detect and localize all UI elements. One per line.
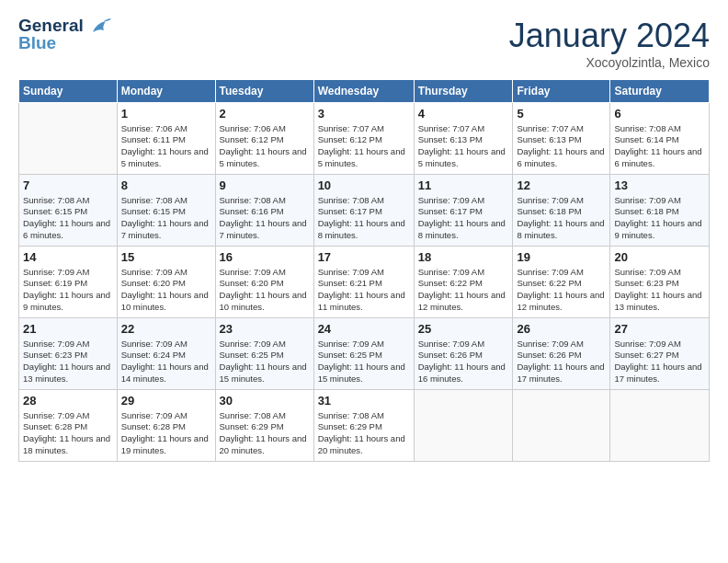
calendar-cell: 28Sunrise: 7:09 AMSunset: 6:28 PMDayligh…	[19, 390, 118, 462]
daylight-text: Daylight: 11 hours and 9 minutes.	[614, 218, 701, 240]
sunrise-text: Sunrise: 7:09 AM	[614, 267, 680, 277]
calendar-cell: 27Sunrise: 7:09 AMSunset: 6:27 PMDayligh…	[610, 318, 710, 390]
daylight-text: Daylight: 11 hours and 13 minutes.	[614, 290, 701, 312]
sunset-text: Sunset: 6:28 PM	[23, 421, 87, 431]
calendar-week-2: 7Sunrise: 7:08 AMSunset: 6:15 PMDaylight…	[19, 175, 710, 247]
calendar-cell: 8Sunrise: 7:08 AMSunset: 6:15 PMDaylight…	[117, 175, 215, 247]
calendar-cell: 19Sunrise: 7:09 AMSunset: 6:22 PMDayligh…	[513, 247, 610, 318]
daylight-text: Daylight: 11 hours and 5 minutes.	[220, 146, 307, 168]
calendar-cell: 23Sunrise: 7:09 AMSunset: 6:25 PMDayligh…	[215, 318, 313, 390]
day-number: 12	[517, 178, 606, 194]
sunrise-text: Sunrise: 7:09 AM	[614, 339, 680, 349]
sunrise-text: Sunrise: 7:09 AM	[418, 267, 484, 277]
calendar-cell: 11Sunrise: 7:09 AMSunset: 6:17 PMDayligh…	[414, 175, 513, 247]
sunset-text: Sunset: 6:23 PM	[23, 350, 87, 360]
col-header-saturday: Saturday	[610, 80, 710, 103]
logo-general: General	[18, 17, 84, 34]
sunset-text: Sunset: 6:15 PM	[121, 206, 186, 216]
calendar-cell	[610, 390, 710, 462]
sunrise-text: Sunrise: 7:09 AM	[318, 339, 384, 349]
daylight-text: Daylight: 11 hours and 14 minutes.	[121, 362, 209, 384]
daylight-text: Daylight: 11 hours and 5 minutes.	[121, 146, 209, 168]
daylight-text: Daylight: 11 hours and 5 minutes.	[318, 146, 405, 168]
sunset-text: Sunset: 6:12 PM	[318, 134, 382, 144]
day-number: 5	[517, 106, 606, 122]
daylight-text: Daylight: 11 hours and 11 minutes.	[318, 290, 405, 312]
sunset-text: Sunset: 6:29 PM	[318, 421, 382, 431]
day-number: 24	[318, 321, 410, 338]
sunset-text: Sunset: 6:20 PM	[121, 278, 186, 288]
day-number: 13	[614, 178, 705, 194]
sunrise-text: Sunrise: 7:09 AM	[517, 267, 583, 277]
daylight-text: Daylight: 11 hours and 12 minutes.	[418, 290, 506, 312]
logo: General Blue	[18, 17, 113, 52]
sunset-text: Sunset: 6:22 PM	[517, 278, 581, 288]
sunrise-text: Sunrise: 7:07 AM	[418, 123, 484, 133]
daylight-text: Daylight: 11 hours and 8 minutes.	[517, 218, 604, 240]
day-number: 4	[418, 106, 509, 122]
sunset-text: Sunset: 6:21 PM	[318, 278, 382, 288]
daylight-text: Daylight: 11 hours and 6 minutes.	[614, 146, 701, 168]
sunrise-text: Sunrise: 7:08 AM	[220, 410, 286, 420]
day-number: 28	[23, 393, 113, 409]
sunset-text: Sunset: 6:17 PM	[418, 206, 483, 216]
calendar-cell: 7Sunrise: 7:08 AMSunset: 6:15 PMDaylight…	[19, 175, 118, 247]
sunset-text: Sunset: 6:25 PM	[220, 350, 284, 360]
calendar-cell: 30Sunrise: 7:08 AMSunset: 6:29 PMDayligh…	[215, 390, 313, 462]
day-number: 16	[220, 249, 310, 266]
calendar-cell: 24Sunrise: 7:09 AMSunset: 6:25 PMDayligh…	[313, 318, 414, 390]
sunrise-text: Sunrise: 7:09 AM	[418, 195, 484, 205]
sunset-text: Sunset: 6:29 PM	[220, 421, 284, 431]
sunset-text: Sunset: 6:15 PM	[23, 206, 87, 216]
sunset-text: Sunset: 6:26 PM	[517, 350, 581, 360]
sunrise-text: Sunrise: 7:08 AM	[614, 123, 680, 133]
sunrise-text: Sunrise: 7:08 AM	[318, 195, 384, 205]
sunset-text: Sunset: 6:14 PM	[614, 134, 678, 144]
calendar-cell: 17Sunrise: 7:09 AMSunset: 6:21 PMDayligh…	[313, 247, 414, 318]
sunset-text: Sunset: 6:26 PM	[418, 350, 483, 360]
calendar-cell: 14Sunrise: 7:09 AMSunset: 6:19 PMDayligh…	[19, 247, 118, 318]
day-number: 9	[220, 178, 310, 194]
col-header-wednesday: Wednesday	[313, 80, 414, 103]
daylight-text: Daylight: 11 hours and 10 minutes.	[121, 290, 209, 312]
daylight-text: Daylight: 11 hours and 8 minutes.	[318, 218, 405, 240]
sunrise-text: Sunrise: 7:09 AM	[517, 339, 583, 349]
daylight-text: Daylight: 11 hours and 15 minutes.	[318, 362, 405, 384]
logo-blue: Blue	[18, 34, 84, 52]
calendar-header-row: SundayMondayTuesdayWednesdayThursdayFrid…	[19, 80, 710, 103]
calendar-cell: 15Sunrise: 7:09 AMSunset: 6:20 PMDayligh…	[117, 247, 215, 318]
calendar-cell: 22Sunrise: 7:09 AMSunset: 6:24 PMDayligh…	[117, 318, 215, 390]
day-number: 21	[23, 321, 113, 338]
sunrise-text: Sunrise: 7:09 AM	[121, 410, 188, 420]
daylight-text: Daylight: 11 hours and 16 minutes.	[418, 362, 506, 384]
sunrise-text: Sunrise: 7:08 AM	[121, 195, 188, 205]
sunrise-text: Sunrise: 7:09 AM	[23, 339, 89, 349]
daylight-text: Daylight: 11 hours and 6 minutes.	[23, 218, 110, 240]
sunset-text: Sunset: 6:12 PM	[220, 134, 284, 144]
logo-bird-icon	[85, 14, 113, 41]
sunrise-text: Sunrise: 7:08 AM	[220, 195, 286, 205]
day-number: 29	[121, 393, 211, 409]
sunrise-text: Sunrise: 7:07 AM	[318, 123, 384, 133]
calendar-cell: 12Sunrise: 7:09 AMSunset: 6:18 PMDayligh…	[513, 175, 610, 247]
day-number: 25	[418, 321, 509, 338]
sunset-text: Sunset: 6:19 PM	[23, 278, 87, 288]
daylight-text: Daylight: 11 hours and 10 minutes.	[220, 290, 307, 312]
daylight-text: Daylight: 11 hours and 17 minutes.	[614, 362, 701, 384]
day-number: 3	[318, 106, 410, 122]
sunrise-text: Sunrise: 7:09 AM	[23, 410, 89, 420]
calendar-cell: 1Sunrise: 7:06 AMSunset: 6:11 PMDaylight…	[117, 103, 215, 175]
sunset-text: Sunset: 6:16 PM	[220, 206, 284, 216]
header: General Blue January 2024 Xocoyolzintla,…	[18, 17, 710, 70]
sunrise-text: Sunrise: 7:09 AM	[220, 339, 286, 349]
sunrise-text: Sunrise: 7:09 AM	[318, 267, 384, 277]
day-number: 11	[418, 178, 509, 194]
day-number: 26	[517, 321, 606, 338]
day-number: 14	[23, 249, 113, 266]
sunrise-text: Sunrise: 7:09 AM	[121, 267, 188, 277]
day-number: 15	[121, 249, 211, 266]
calendar-cell: 4Sunrise: 7:07 AMSunset: 6:13 PMDaylight…	[414, 103, 513, 175]
sunset-text: Sunset: 6:25 PM	[318, 350, 382, 360]
sunrise-text: Sunrise: 7:09 AM	[418, 339, 484, 349]
day-number: 31	[318, 393, 410, 409]
